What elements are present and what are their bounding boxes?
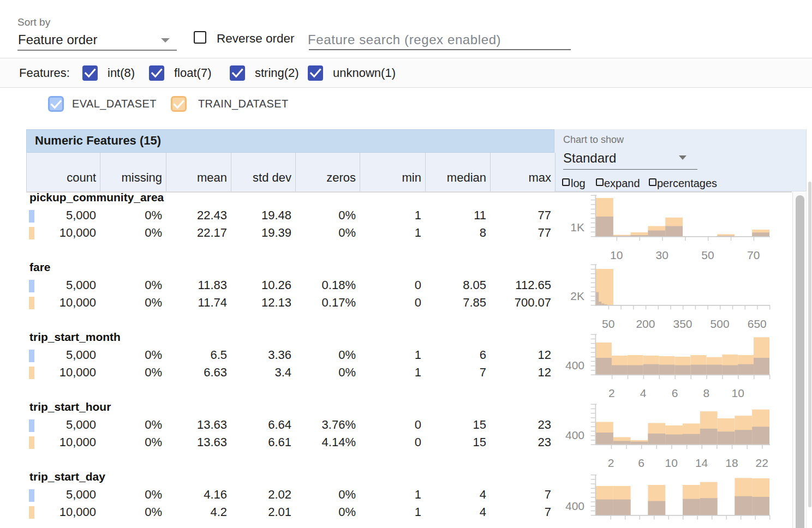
svg-text:350: 350 <box>673 317 692 330</box>
svg-text:1K: 1K <box>570 221 584 233</box>
svg-text:10: 10 <box>665 457 678 469</box>
svg-text:50: 50 <box>602 317 614 330</box>
svg-text:200: 200 <box>636 317 655 330</box>
svg-text:2: 2 <box>608 387 615 399</box>
svg-text:2: 2 <box>608 457 614 469</box>
svg-text:70: 70 <box>747 249 760 261</box>
svg-text:400: 400 <box>565 500 584 512</box>
svg-text:30: 30 <box>656 249 668 261</box>
svg-text:6: 6 <box>638 457 644 469</box>
svg-text:50: 50 <box>701 249 714 261</box>
svg-text:400: 400 <box>565 359 584 371</box>
svg-text:6: 6 <box>672 387 678 399</box>
svg-text:2K: 2K <box>570 290 584 302</box>
svg-text:500: 500 <box>710 317 730 330</box>
svg-text:8: 8 <box>703 387 710 399</box>
svg-text:650: 650 <box>748 317 767 330</box>
svg-text:18: 18 <box>725 457 738 469</box>
svg-text:14: 14 <box>695 457 708 469</box>
svg-text:400: 400 <box>565 429 584 441</box>
svg-text:4: 4 <box>640 387 647 399</box>
svg-text:10: 10 <box>732 387 744 399</box>
svg-text:22: 22 <box>756 457 768 469</box>
svg-text:10: 10 <box>610 249 623 261</box>
